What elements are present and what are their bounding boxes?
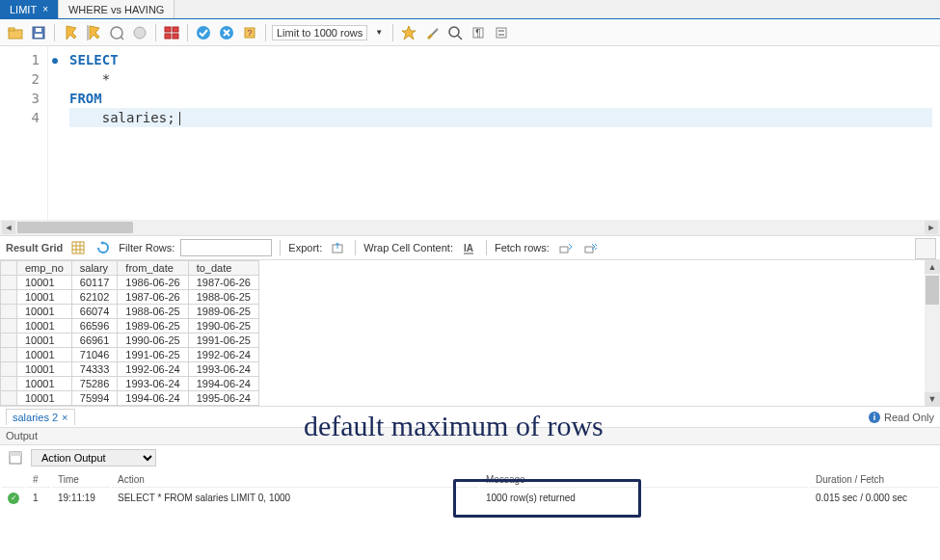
action-output-select[interactable]: Action Output [31, 449, 156, 467]
beautify-icon[interactable] [399, 23, 418, 42]
row-header[interactable] [1, 333, 17, 348]
row-header[interactable] [1, 319, 17, 333]
cell[interactable]: 1993-06-24 [188, 362, 258, 377]
output-view-icon[interactable] [6, 448, 25, 467]
wrap-icon[interactable] [492, 23, 511, 42]
cell[interactable]: 1995-06-24 [118, 406, 188, 408]
table-row[interactable]: 10001621021987-06-261988-06-25 [1, 290, 259, 305]
cell[interactable]: 1987-06-26 [188, 276, 258, 290]
cell[interactable]: 66961 [71, 333, 118, 348]
explain-icon[interactable] [107, 23, 126, 42]
cell[interactable]: 62102 [71, 290, 118, 305]
cell[interactable]: 66596 [71, 319, 118, 333]
cell[interactable]: 1988-06-25 [188, 290, 258, 305]
cell[interactable]: 75994 [71, 391, 118, 406]
table-row[interactable]: 10001660741988-06-251989-06-25 [1, 305, 259, 319]
cell[interactable]: 1989-06-25 [188, 305, 258, 319]
cell[interactable]: 1992-06-24 [118, 362, 188, 377]
row-header[interactable] [1, 305, 17, 319]
action-row[interactable]: ✓ 1 19:11:19 SELECT * FROM salaries LIMI… [2, 490, 938, 506]
code-area[interactable]: SELECT * FROM salaries; [62, 46, 940, 220]
col-from-date[interactable]: from_date [118, 261, 188, 276]
toggle-autocommit-icon[interactable] [162, 23, 181, 42]
table-row[interactable]: 10001601171986-06-261987-06-26 [1, 276, 259, 290]
table-row[interactable]: 10001669611990-06-251991-06-25 [1, 333, 259, 348]
cell[interactable]: 1991-06-25 [188, 333, 258, 348]
cell[interactable]: 10001 [17, 391, 72, 406]
cell[interactable]: 76884 [71, 406, 118, 408]
result-table[interactable]: emp_no salary from_date to_date 10001601… [0, 260, 259, 407]
cell[interactable]: 71046 [71, 348, 118, 362]
scroll-up-icon[interactable]: ▲ [925, 260, 940, 274]
tab-limit[interactable]: LIMIT × [0, 0, 59, 18]
cell[interactable]: 1991-06-25 [118, 348, 188, 362]
cell[interactable]: 1988-06-25 [118, 305, 188, 319]
row-header[interactable] [1, 348, 17, 362]
close-icon[interactable]: × [62, 412, 67, 423]
cell[interactable]: 10001 [17, 377, 72, 391]
save-icon[interactable] [29, 23, 48, 42]
scroll-right-icon[interactable]: ► [925, 221, 938, 234]
cell[interactable]: 10001 [17, 290, 72, 305]
result-grid-icon[interactable] [68, 238, 88, 257]
row-header[interactable] [1, 391, 17, 406]
table-row[interactable]: 10001759941994-06-241995-06-24 [1, 391, 259, 406]
scroll-thumb[interactable] [926, 276, 939, 305]
row-header[interactable] [1, 290, 17, 305]
table-row[interactable]: 10001743331992-06-241993-06-24 [1, 362, 259, 377]
cell[interactable]: 1990-06-25 [188, 319, 258, 333]
refresh-icon[interactable] [94, 238, 113, 257]
result-tab-salaries[interactable]: salaries 2 × [6, 409, 75, 425]
sql-editor[interactable]: 1 2 3 4 ● SELECT * FROM salaries; [0, 46, 940, 220]
table-row[interactable]: 10001710461991-06-251992-06-24 [1, 348, 259, 362]
table-row[interactable]: 10001752861993-06-241994-06-24 [1, 377, 259, 391]
cell[interactable]: 1986-06-26 [118, 276, 188, 290]
scroll-left-icon[interactable]: ◄ [2, 221, 15, 234]
cell[interactable]: 1990-06-25 [118, 333, 188, 348]
cell[interactable]: 75286 [71, 377, 118, 391]
row-header[interactable] [1, 406, 17, 408]
brush-icon[interactable] [422, 23, 442, 42]
limit-rows-select[interactable]: Limit to 1000 rows [272, 25, 367, 40]
cell[interactable]: 10001 [17, 333, 72, 348]
table-row[interactable]: 10001768841995-06-241996-06-23 [1, 406, 259, 408]
cell[interactable]: 74333 [71, 362, 118, 377]
fetch-next-icon[interactable] [555, 238, 575, 257]
cell[interactable]: 10001 [17, 305, 72, 319]
rollback-icon[interactable] [217, 23, 236, 42]
cell[interactable]: 1992-06-24 [188, 348, 258, 362]
table-row[interactable]: 10001665961989-06-251990-06-25 [1, 319, 259, 333]
toggle-invisible-icon[interactable]: ¶ [469, 23, 488, 42]
cell[interactable]: 66074 [71, 305, 118, 319]
commit-icon[interactable] [194, 23, 213, 42]
fetch-all-icon[interactable] [580, 238, 600, 257]
stop-icon[interactable] [130, 23, 149, 42]
col-salary[interactable]: salary [71, 261, 118, 276]
execute-icon[interactable] [61, 23, 80, 42]
options-icon[interactable]: ? [240, 23, 259, 42]
scroll-thumb[interactable] [17, 222, 133, 233]
tab-where-vs-having[interactable]: WHERE vs HAVING [59, 0, 175, 18]
chevron-down-icon[interactable]: ▼ [371, 28, 387, 37]
grid-v-scroll[interactable]: ▲ ▼ [925, 260, 940, 406]
cell[interactable]: 1993-06-24 [118, 377, 188, 391]
cell[interactable]: 10001 [17, 319, 72, 333]
col-emp-no[interactable]: emp_no [17, 261, 72, 276]
cell[interactable]: 10001 [17, 362, 72, 377]
search-icon[interactable] [445, 23, 465, 42]
cell[interactable]: 1994-06-24 [188, 377, 258, 391]
close-icon[interactable]: × [42, 4, 48, 14]
pane-toggle-icon[interactable] [915, 238, 936, 259]
export-icon[interactable] [328, 238, 347, 257]
cell[interactable]: 1994-06-24 [118, 391, 188, 406]
execute-current-icon[interactable] [84, 23, 103, 42]
editor-h-scroll[interactable]: ◄ ► [0, 220, 940, 235]
cell[interactable]: 10001 [17, 276, 72, 290]
scroll-track[interactable] [925, 274, 940, 392]
cell[interactable]: 10001 [17, 406, 72, 408]
cell[interactable]: 1995-06-24 [188, 391, 258, 406]
cell[interactable]: 60117 [71, 276, 118, 290]
row-header[interactable] [1, 377, 17, 391]
cell[interactable]: 10001 [17, 348, 72, 362]
wrap-cell-icon[interactable]: IA [459, 238, 478, 257]
